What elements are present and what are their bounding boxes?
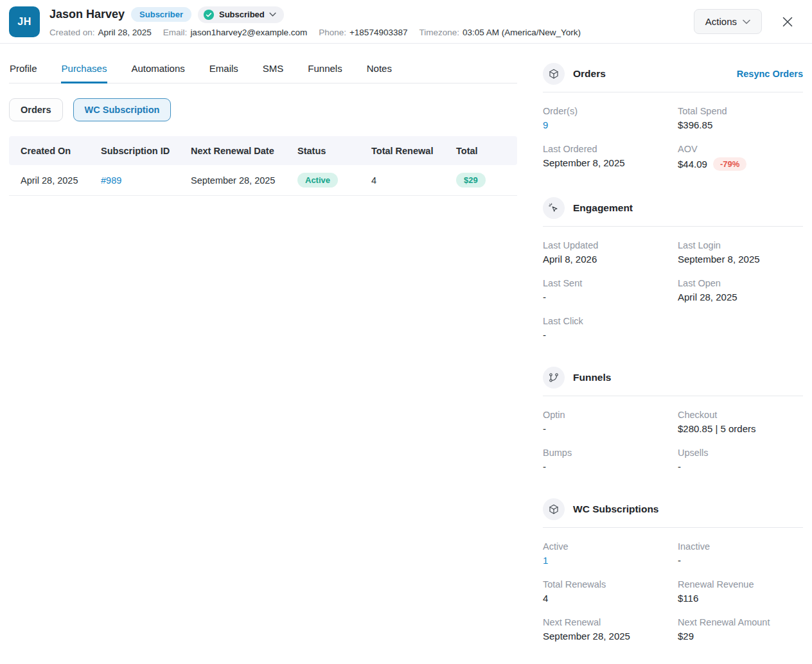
table-header-row: Created On Subscription ID Next Renewal …	[9, 136, 517, 165]
orders-section-title: Orders	[573, 68, 606, 80]
field-orders-count: Order(s) 9	[543, 106, 678, 130]
aov-change-badge: -79%	[713, 157, 746, 171]
column-header-subscription-id: Subscription ID	[101, 146, 191, 156]
tab-notes[interactable]: Notes	[366, 63, 393, 83]
tab-sms[interactable]: SMS	[262, 63, 285, 83]
subscription-id-link[interactable]: #989	[101, 175, 121, 186]
column-header-status: Status	[297, 146, 371, 156]
field-bumps: Bumps -	[543, 448, 678, 472]
tab-purchases[interactable]: Purchases	[61, 63, 108, 83]
field-next-renewal-amount: Next Renewal Amount $29	[678, 617, 803, 642]
filter-wc-subscription-button[interactable]: WC Subscription	[73, 98, 172, 121]
wc-subscriptions-section: WC Subscriptions Active 1 Inactive - Tot…	[543, 498, 803, 642]
status-dropdown[interactable]: Subscribed	[198, 6, 284, 23]
engagement-section: Engagement Last Updated April 8, 2026 La…	[543, 197, 803, 340]
field-last-ordered: Last Ordered September 8, 2025	[543, 144, 678, 171]
branch-icon	[543, 367, 565, 389]
phone-label: Phone:	[319, 28, 346, 37]
resync-orders-link[interactable]: Resync Orders	[737, 69, 803, 79]
contact-meta: Created on:April 28, 2025 Email:jason1ha…	[49, 28, 581, 37]
field-last-login: Last Login September 8, 2025	[678, 240, 803, 265]
engagement-section-title: Engagement	[573, 202, 633, 214]
field-active-subscriptions: Active 1	[543, 541, 678, 566]
email-value: jason1harvey2@example.com	[190, 28, 307, 37]
main-content: Profile Purchases Automations Emails SMS…	[0, 44, 812, 664]
subscriptions-table: Created On Subscription ID Next Renewal …	[9, 136, 517, 196]
aov-value: $44.09	[678, 159, 707, 170]
filter-orders-button[interactable]: Orders	[9, 98, 63, 121]
phone-value: +18574903387	[349, 28, 407, 37]
contact-name: Jason Harvey	[49, 8, 125, 21]
field-last-sent: Last Sent -	[543, 278, 678, 302]
table-row: April 28, 2025 #989 September 28, 2025 A…	[9, 165, 517, 196]
avatar-initials: JH	[17, 16, 31, 28]
status-badge: Active	[297, 173, 338, 188]
field-renewal-revenue: Renewal Revenue $116	[678, 579, 803, 604]
tab-funnels[interactable]: Funnels	[307, 63, 342, 83]
close-button[interactable]	[779, 13, 797, 31]
field-upsells: Upsells -	[678, 448, 803, 472]
column-header-next-renewal-date: Next Renewal Date	[191, 146, 297, 156]
divider	[543, 226, 803, 227]
actions-button[interactable]: Actions	[694, 9, 762, 34]
contact-info: Jason Harvey Subscriber Subscribed Creat…	[49, 6, 581, 37]
field-aov: AOV $44.09 -79%	[678, 144, 803, 171]
column-header-total: Total	[456, 146, 517, 156]
orders-count-link[interactable]: 9	[543, 119, 548, 130]
field-last-open: Last Open April 28, 2025	[678, 278, 803, 302]
purchases-filter-group: Orders WC Subscription	[9, 98, 517, 121]
divider	[543, 527, 803, 528]
email-label: Email:	[163, 28, 188, 37]
active-subscriptions-link[interactable]: 1	[543, 555, 548, 566]
column-header-total-renewal: Total Renewal	[371, 146, 456, 156]
cell-next-renewal-date: September 28, 2025	[191, 175, 297, 186]
role-badge: Subscriber	[131, 7, 191, 22]
timezone-label: Timezone:	[419, 28, 459, 37]
created-on-value: April 28, 2025	[98, 28, 152, 37]
contact-header: JH Jason Harvey Subscriber Subscribed Cr…	[0, 0, 812, 44]
field-inactive-subscriptions: Inactive -	[678, 541, 803, 566]
field-checkout: Checkout $280.85 | 5 orders	[678, 410, 803, 434]
field-optin: Optin -	[543, 410, 678, 434]
field-last-updated: Last Updated April 8, 2026	[543, 240, 678, 265]
field-total-renewals: Total Renewals 4	[543, 579, 678, 604]
chevron-down-icon	[743, 19, 750, 24]
divider	[543, 396, 803, 396]
created-on-label: Created on:	[49, 28, 95, 37]
package-icon	[543, 498, 565, 520]
chevron-down-icon	[269, 12, 276, 17]
summary-sidebar: Orders Resync Orders Order(s) 9 Total Sp…	[543, 44, 803, 664]
avatar: JH	[9, 6, 40, 37]
actions-button-label: Actions	[705, 16, 737, 27]
check-badge-icon	[203, 9, 215, 21]
cursor-click-icon	[543, 197, 565, 219]
divider	[543, 92, 803, 92]
funnels-section: Funnels Optin - Checkout $280.85 | 5 ord…	[543, 367, 803, 472]
left-panel: Profile Purchases Automations Emails SMS…	[9, 44, 517, 664]
close-icon	[781, 15, 794, 28]
tab-bar: Profile Purchases Automations Emails SMS…	[9, 63, 517, 83]
tab-automations[interactable]: Automations	[130, 63, 185, 83]
funnels-section-title: Funnels	[573, 372, 611, 383]
wc-subscriptions-section-title: WC Subscriptions	[573, 503, 658, 515]
tab-profile[interactable]: Profile	[9, 63, 38, 83]
orders-section: Orders Resync Orders Order(s) 9 Total Sp…	[543, 63, 803, 171]
cell-total-renewal: 4	[371, 175, 456, 186]
total-badge: $29	[456, 173, 486, 188]
column-header-created-on: Created On	[21, 146, 101, 156]
field-total-spend: Total Spend $396.85	[678, 106, 803, 130]
status-badge-label: Subscribed	[219, 10, 265, 19]
timezone-value: 03:05 AM (America/New_York)	[463, 28, 581, 37]
cell-created-on: April 28, 2025	[21, 175, 101, 186]
package-icon	[543, 63, 565, 85]
tab-emails[interactable]: Emails	[209, 63, 239, 83]
field-last-click: Last Click -	[543, 316, 678, 340]
field-next-renewal: Next Renewal September 28, 2025	[543, 617, 678, 642]
